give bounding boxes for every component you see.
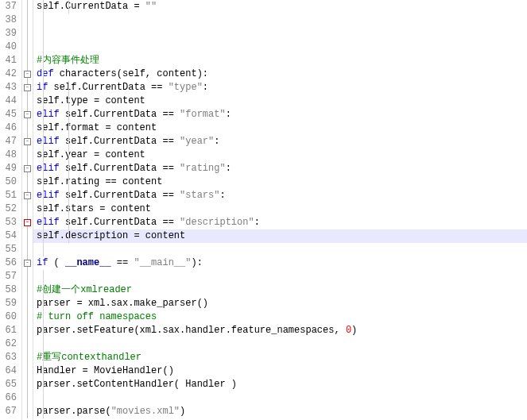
code-line[interactable]: self.rating == content xyxy=(33,175,527,189)
fold-cell xyxy=(22,40,33,54)
fold-cell[interactable]: - xyxy=(22,108,33,121)
line-number: 50 xyxy=(3,175,17,189)
code-editor[interactable]: 3738394041424344454647484950515253545556… xyxy=(0,0,527,420)
line-number: 57 xyxy=(3,270,17,283)
fold-cell xyxy=(22,324,33,337)
line-number: 59 xyxy=(3,297,17,310)
fold-cell xyxy=(22,175,33,189)
code-line[interactable]: elif self.CurrentData == "year": xyxy=(33,135,527,148)
code-text: parser.parse("movies.xml") xyxy=(37,406,185,417)
code-line[interactable] xyxy=(33,27,527,40)
code-line[interactable]: if self.CurrentData == "type": xyxy=(33,81,527,94)
code-line[interactable] xyxy=(33,270,527,283)
code-text: if self.CurrentData == "type": xyxy=(37,82,208,93)
code-text: def characters(self, content): xyxy=(37,68,208,79)
line-number: 67 xyxy=(3,405,17,418)
fold-cell xyxy=(22,148,33,162)
code-line[interactable]: Handler = MovieHandler() xyxy=(33,364,527,378)
fold-toggle-icon[interactable]: - xyxy=(24,84,31,91)
fold-toggle-icon[interactable]: - xyxy=(24,165,31,172)
code-line[interactable]: #内容事件处理 xyxy=(33,54,527,67)
code-text: elif self.CurrentData == "year": xyxy=(37,136,219,147)
code-line[interactable]: self.stars = content xyxy=(33,202,527,216)
code-line[interactable] xyxy=(33,13,527,27)
code-line[interactable]: elif self.CurrentData == "description": xyxy=(33,216,527,229)
code-text: parser.setContentHandler( Handler ) xyxy=(37,379,237,390)
code-line[interactable]: parser.setFeature(xml.sax.handler.featur… xyxy=(33,324,527,337)
fold-cell[interactable]: - xyxy=(22,216,33,229)
line-number: 58 xyxy=(3,283,17,297)
fold-cell xyxy=(22,405,33,418)
code-text: elif self.CurrentData == "description": xyxy=(37,217,260,228)
line-number: 66 xyxy=(3,391,17,405)
code-line[interactable]: elif self.CurrentData == "format": xyxy=(33,108,527,121)
fold-toggle-icon[interactable]: - xyxy=(24,138,31,145)
line-number-gutter: 3738394041424344454647484950515253545556… xyxy=(0,0,22,420)
line-number: 47 xyxy=(3,135,17,148)
code-text: if ( __name__ == "__main__"): xyxy=(37,257,203,268)
line-number: 51 xyxy=(3,189,17,202)
line-number: 45 xyxy=(3,108,17,121)
line-number: 37 xyxy=(3,0,17,13)
code-line[interactable]: def characters(self, content): xyxy=(33,67,527,81)
code-line[interactable]: # turn off namespaces xyxy=(33,310,527,324)
fold-toggle-icon[interactable]: - xyxy=(24,192,31,199)
line-number: 42 xyxy=(3,67,17,81)
code-text: self.description = content xyxy=(37,230,185,241)
code-text: parser.setFeature(xml.sax.handler.featur… xyxy=(37,325,357,336)
fold-toggle-icon[interactable]: - xyxy=(24,111,31,118)
fold-cell xyxy=(22,378,33,391)
code-text: elif self.CurrentData == "rating": xyxy=(37,163,231,174)
code-line[interactable]: self.format = content xyxy=(33,121,527,135)
code-line[interactable]: elif self.CurrentData == "stars": xyxy=(33,189,527,202)
code-text: #重写contexthandler xyxy=(37,352,141,363)
fold-toggle-icon[interactable]: - xyxy=(24,260,31,267)
code-area[interactable]: self.CurrentData = "" #内容事件处理 def charac… xyxy=(33,0,527,420)
code-line[interactable]: self.year = content xyxy=(33,148,527,162)
line-number: 61 xyxy=(3,324,17,337)
code-line[interactable]: if ( __name__ == "__main__"): xyxy=(33,256,527,270)
fold-cell xyxy=(22,391,33,405)
fold-cell[interactable]: - xyxy=(22,189,33,202)
line-number: 39 xyxy=(3,27,17,40)
fold-cell xyxy=(22,94,33,108)
fold-cell xyxy=(22,297,33,310)
code-text: #内容事件处理 xyxy=(37,55,99,66)
code-line[interactable]: #重写contexthandler xyxy=(33,351,527,364)
fold-toggle-icon[interactable]: - xyxy=(24,71,31,78)
fold-cell[interactable]: - xyxy=(22,162,33,175)
fold-cell xyxy=(22,27,33,40)
line-number: 53 xyxy=(3,216,17,229)
code-line[interactable]: #创建一个xmlreader xyxy=(33,283,527,297)
code-line[interactable]: self.type = content xyxy=(33,94,527,108)
fold-cell[interactable]: - xyxy=(22,135,33,148)
line-number: 49 xyxy=(3,162,17,175)
fold-cell[interactable]: - xyxy=(22,256,33,270)
code-text: self.CurrentData = "" xyxy=(37,1,157,12)
line-number: 40 xyxy=(3,40,17,54)
line-number: 55 xyxy=(3,243,17,256)
code-text: parser = xml.sax.make_parser() xyxy=(37,298,208,309)
fold-toggle-icon[interactable]: - xyxy=(24,219,31,226)
code-line[interactable] xyxy=(33,337,527,351)
fold-cell xyxy=(22,283,33,297)
code-line[interactable] xyxy=(33,40,527,54)
code-line[interactable] xyxy=(33,391,527,405)
line-number: 62 xyxy=(3,337,17,351)
fold-cell[interactable]: - xyxy=(22,81,33,94)
code-text: self.year = content xyxy=(37,149,145,160)
fold-cell xyxy=(22,337,33,351)
code-line[interactable]: elif self.CurrentData == "rating": xyxy=(33,162,527,175)
code-line[interactable] xyxy=(33,243,527,256)
fold-gutter[interactable]: -------- xyxy=(22,0,33,420)
code-line[interactable]: parser.setContentHandler( Handler ) xyxy=(33,378,527,391)
line-number: 56 xyxy=(3,256,17,270)
fold-cell xyxy=(22,243,33,256)
code-line[interactable]: parser.parse("movies.xml") xyxy=(33,405,527,418)
fold-cell[interactable]: - xyxy=(22,67,33,81)
code-line[interactable]: parser = xml.sax.make_parser() xyxy=(33,297,527,310)
line-number: 63 xyxy=(3,351,17,364)
code-line[interactable]: self.description = content xyxy=(33,229,527,243)
code-line[interactable]: self.CurrentData = "" xyxy=(33,0,527,13)
line-number: 43 xyxy=(3,81,17,94)
